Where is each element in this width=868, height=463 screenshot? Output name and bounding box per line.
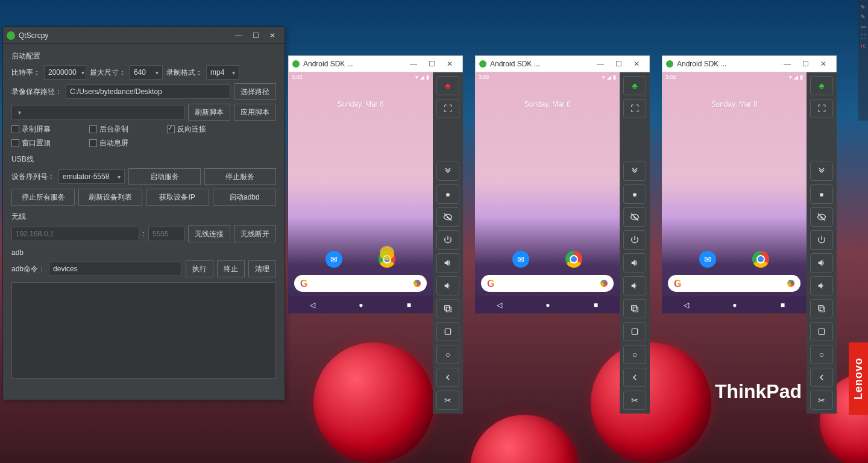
startadbd-button[interactable]: 启动adbd — [213, 189, 276, 206]
recordformat-select[interactable]: mp4 — [206, 65, 239, 80]
qtscrcpy-titlebar[interactable]: QtScrcpy — ☐ ✕ — [3, 27, 285, 44]
reverseconn-checkbox[interactable] — [167, 125, 175, 133]
chrome-app-icon[interactable] — [565, 251, 582, 268]
touch-button[interactable]: ● — [810, 184, 833, 204]
copy-button[interactable] — [623, 299, 646, 318]
maximize-button[interactable]: ☐ — [796, 60, 814, 68]
touch-button[interactable]: ● — [623, 184, 646, 204]
app-switch-button[interactable] — [810, 322, 833, 341]
back-nav-icon[interactable]: ◁ — [497, 301, 502, 309]
maximize-button[interactable]: ☐ — [247, 27, 264, 43]
maxsize-select[interactable]: 640 — [130, 65, 163, 80]
google-search-pill[interactable]: G — [481, 275, 614, 292]
volume-down-button[interactable] — [623, 276, 646, 295]
alwaysontop-checkbox[interactable] — [11, 139, 19, 147]
toolbar-item[interactable]: ✎ — [860, 13, 867, 20]
phone-screen[interactable]: 3:02 ▾◢▮ Sunday, Mar 8 ✉ G ◁ ● ■ — [288, 72, 433, 313]
screen-off-button[interactable] — [436, 207, 459, 227]
fullscreen-button[interactable]: ⛶ — [810, 99, 833, 118]
back-button[interactable] — [436, 368, 459, 387]
refreshscript-button[interactable]: 刷新脚本 — [188, 104, 230, 121]
back-nav-icon[interactable]: ◁ — [684, 301, 689, 309]
back-nav-icon[interactable]: ◁ — [310, 301, 315, 309]
scrcpy-titlebar[interactable]: Android SDK ... — ☐ ✕ — [662, 55, 837, 72]
expand-notification-button[interactable] — [436, 162, 459, 181]
bitrate-select[interactable]: 2000000 — [44, 65, 86, 80]
ip-input[interactable] — [11, 227, 139, 241]
app-switch-button[interactable] — [623, 322, 646, 341]
home-button[interactable]: ○ — [810, 345, 833, 364]
phone-screen[interactable]: 3:02 ▾◢▮ Sunday, Mar 8 ✉ G ◁ ● ■ — [662, 72, 807, 313]
maximize-button[interactable]: ☐ — [423, 60, 441, 68]
close-button[interactable]: ✕ — [814, 60, 832, 68]
getip-button[interactable]: 获取设备IP — [146, 189, 209, 206]
scrcpy-titlebar[interactable]: Android SDK ... — ☐ ✕ — [288, 55, 463, 72]
port-input[interactable] — [148, 227, 184, 241]
wdisconnect-button[interactable]: 无线断开 — [234, 225, 276, 242]
clear-button[interactable]: 清理 — [248, 260, 276, 277]
close-button[interactable]: ✕ — [441, 60, 459, 68]
google-search-pill[interactable]: G — [668, 275, 800, 292]
phone-screen[interactable]: 3:02 ▾◢▮ Sunday, Mar 8 ✉ G ◁ ● ■ — [475, 72, 620, 313]
google-search-pill[interactable]: G — [294, 275, 427, 292]
screenshot-button[interactable]: ✂ — [623, 391, 646, 410]
recordpath-input[interactable] — [66, 84, 230, 99]
home-nav-icon[interactable]: ● — [732, 301, 737, 309]
pin-button[interactable]: ♣ — [436, 76, 459, 95]
back-button[interactable] — [623, 368, 646, 387]
execute-button[interactable]: 执行 — [186, 260, 213, 277]
power-button[interactable] — [436, 230, 459, 250]
messages-app-icon[interactable]: ✉ — [699, 251, 716, 268]
close-button[interactable]: ✕ — [627, 60, 646, 68]
minimize-button[interactable]: — — [591, 60, 609, 68]
applyscript-button[interactable]: 应用脚本 — [234, 104, 276, 121]
adb-output[interactable] — [11, 282, 276, 379]
screen-off-button[interactable] — [623, 207, 646, 227]
screenshot-button[interactable]: ✂ — [436, 391, 459, 410]
recordscreen-checkbox[interactable] — [11, 125, 19, 133]
bgrecord-checkbox[interactable] — [89, 125, 97, 133]
screen-off-button[interactable] — [810, 207, 833, 227]
chrome-app-icon[interactable] — [379, 251, 395, 268]
wconnect-button[interactable]: 无线连接 — [188, 225, 230, 242]
volume-up-button[interactable] — [436, 253, 459, 272]
expand-notification-button[interactable] — [810, 162, 833, 181]
toolbar-item[interactable]: TC — [860, 42, 867, 49]
terminate-button[interactable]: 终止 — [217, 260, 245, 277]
power-button[interactable] — [810, 230, 833, 250]
home-nav-icon[interactable]: ● — [359, 301, 363, 309]
refreshdev-button[interactable]: 刷新设备列表 — [78, 189, 142, 206]
home-button[interactable]: ○ — [623, 345, 646, 364]
chrome-app-icon[interactable] — [752, 251, 769, 268]
maximize-button[interactable]: ☐ — [609, 60, 627, 68]
expand-notification-button[interactable] — [623, 162, 646, 181]
volume-up-button[interactable] — [810, 253, 833, 272]
stopservice-button[interactable]: 停止服务 — [204, 168, 277, 185]
autooff-checkbox[interactable] — [89, 139, 97, 147]
adbcmd-input[interactable] — [49, 262, 182, 276]
choosepath-button[interactable]: 选择路径 — [234, 83, 276, 100]
fullscreen-button[interactable]: ⛶ — [436, 99, 459, 118]
volume-down-button[interactable] — [436, 276, 459, 295]
home-nav-icon[interactable]: ● — [546, 301, 550, 309]
pin-button[interactable]: ♣ — [623, 76, 646, 95]
volume-down-button[interactable] — [810, 276, 833, 295]
screenshot-button[interactable]: ✂ — [810, 391, 833, 410]
touch-button[interactable]: ● — [436, 184, 459, 204]
toolbar-item[interactable]: ▭ — [860, 23, 867, 30]
minimize-button[interactable]: — — [230, 27, 247, 43]
stopall-button[interactable]: 停止所有服务 — [11, 189, 75, 206]
volume-up-button[interactable] — [623, 253, 646, 272]
copy-button[interactable] — [436, 299, 459, 318]
toolbar-item[interactable]: ⬚ — [860, 33, 867, 40]
minimize-button[interactable]: — — [778, 60, 796, 68]
messages-app-icon[interactable]: ✉ — [512, 251, 529, 268]
startservice-button[interactable]: 启动服务 — [128, 168, 201, 185]
recent-nav-icon[interactable]: ■ — [781, 301, 785, 309]
power-button[interactable] — [623, 230, 646, 250]
copy-button[interactable] — [810, 299, 833, 318]
recent-nav-icon[interactable]: ■ — [407, 301, 411, 309]
messages-app-icon[interactable]: ✉ — [326, 251, 342, 268]
app-switch-button[interactable] — [436, 322, 459, 341]
home-button[interactable]: ○ — [436, 345, 459, 364]
